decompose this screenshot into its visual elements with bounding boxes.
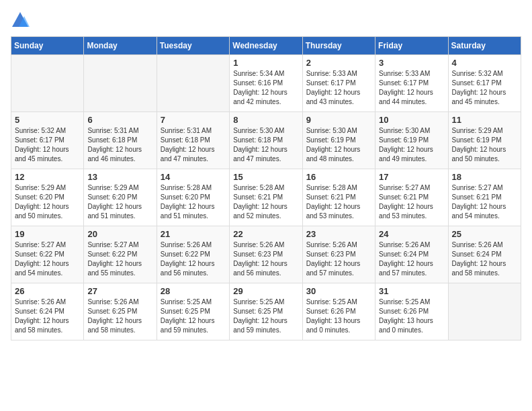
cell-details: Sunrise: 5:27 AMSunset: 6:22 PMDaylight:…	[87, 240, 152, 278]
cell-details: Sunrise: 5:28 AMSunset: 6:21 PMDaylight:…	[306, 183, 371, 221]
day-number: 15	[233, 172, 298, 182]
day-number: 12	[15, 172, 80, 182]
calendar-cell: 22Sunrise: 5:26 AMSunset: 6:23 PMDayligh…	[230, 226, 302, 283]
cell-details: Sunrise: 5:29 AMSunset: 6:20 PMDaylight:…	[15, 183, 80, 221]
calendar-cell: 24Sunrise: 5:26 AMSunset: 6:24 PMDayligh…	[375, 226, 448, 283]
cell-details: Sunrise: 5:25 AMSunset: 6:26 PMDaylight:…	[306, 298, 371, 335]
cell-details: Sunrise: 5:26 AMSunset: 6:25 PMDaylight:…	[87, 298, 152, 335]
calendar-cell: 2Sunrise: 5:33 AMSunset: 6:17 PMDaylight…	[302, 55, 375, 112]
cell-details: Sunrise: 5:27 AMSunset: 6:22 PMDaylight:…	[15, 240, 80, 278]
calendar-cell: 21Sunrise: 5:26 AMSunset: 6:22 PMDayligh…	[157, 226, 229, 283]
day-number: 9	[306, 115, 371, 125]
cell-details: Sunrise: 5:26 AMSunset: 6:24 PMDaylight:…	[379, 240, 444, 278]
day-number: 14	[161, 172, 226, 182]
calendar-cell: 15Sunrise: 5:28 AMSunset: 6:21 PMDayligh…	[230, 169, 302, 226]
calendar-cell: 10Sunrise: 5:30 AMSunset: 6:19 PMDayligh…	[375, 112, 448, 169]
day-number: 26	[15, 286, 80, 296]
calendar-cell	[11, 55, 84, 112]
weekday-header-monday: Monday	[84, 37, 157, 55]
logo-icon	[11, 11, 30, 30]
cell-details: Sunrise: 5:30 AMSunset: 6:19 PMDaylight:…	[379, 126, 444, 164]
day-number: 6	[87, 115, 152, 125]
day-number: 31	[379, 286, 444, 296]
cell-details: Sunrise: 5:30 AMSunset: 6:19 PMDaylight:…	[306, 126, 371, 164]
weekday-header-saturday: Saturday	[448, 37, 521, 55]
day-number: 10	[379, 115, 444, 125]
day-number: 18	[452, 172, 517, 182]
day-number: 27	[87, 286, 152, 296]
calendar-week-2: 5Sunrise: 5:32 AMSunset: 6:17 PMDaylight…	[11, 112, 521, 169]
cell-details: Sunrise: 5:33 AMSunset: 6:17 PMDaylight:…	[379, 69, 444, 107]
cell-details: Sunrise: 5:31 AMSunset: 6:18 PMDaylight:…	[87, 126, 152, 164]
weekday-header-sunday: Sunday	[11, 37, 84, 55]
logo	[11, 11, 32, 30]
page-header	[11, 11, 521, 30]
calendar-cell: 13Sunrise: 5:29 AMSunset: 6:20 PMDayligh…	[84, 169, 157, 226]
calendar-cell	[448, 283, 521, 340]
day-number: 4	[452, 58, 517, 68]
day-number: 2	[306, 58, 371, 68]
calendar-cell: 7Sunrise: 5:31 AMSunset: 6:18 PMDaylight…	[157, 112, 229, 169]
calendar-cell: 14Sunrise: 5:28 AMSunset: 6:20 PMDayligh…	[157, 169, 229, 226]
calendar-table: SundayMondayTuesdayWednesdayThursdayFrid…	[11, 36, 521, 340]
cell-details: Sunrise: 5:32 AMSunset: 6:17 PMDaylight:…	[452, 69, 517, 107]
calendar-cell: 19Sunrise: 5:27 AMSunset: 6:22 PMDayligh…	[11, 226, 84, 283]
calendar-cell: 11Sunrise: 5:29 AMSunset: 6:19 PMDayligh…	[448, 112, 521, 169]
weekday-header-tuesday: Tuesday	[157, 37, 229, 55]
weekday-header-wednesday: Wednesday	[230, 37, 302, 55]
cell-details: Sunrise: 5:25 AMSunset: 6:26 PMDaylight:…	[379, 298, 444, 335]
calendar-cell: 3Sunrise: 5:33 AMSunset: 6:17 PMDaylight…	[375, 55, 448, 112]
calendar-cell: 31Sunrise: 5:25 AMSunset: 6:26 PMDayligh…	[375, 283, 448, 340]
day-number: 24	[379, 229, 444, 239]
cell-details: Sunrise: 5:32 AMSunset: 6:17 PMDaylight:…	[15, 126, 80, 164]
day-number: 17	[379, 172, 444, 182]
calendar-week-3: 12Sunrise: 5:29 AMSunset: 6:20 PMDayligh…	[11, 169, 521, 226]
calendar-cell	[84, 55, 157, 112]
day-number: 7	[161, 115, 226, 125]
cell-details: Sunrise: 5:29 AMSunset: 6:19 PMDaylight:…	[452, 126, 517, 164]
cell-details: Sunrise: 5:33 AMSunset: 6:17 PMDaylight:…	[306, 69, 371, 107]
calendar-cell: 17Sunrise: 5:27 AMSunset: 6:21 PMDayligh…	[375, 169, 448, 226]
cell-details: Sunrise: 5:30 AMSunset: 6:18 PMDaylight:…	[233, 126, 298, 164]
day-number: 8	[233, 115, 298, 125]
calendar-cell: 27Sunrise: 5:26 AMSunset: 6:25 PMDayligh…	[84, 283, 157, 340]
calendar-cell: 1Sunrise: 5:34 AMSunset: 6:16 PMDaylight…	[230, 55, 302, 112]
cell-details: Sunrise: 5:29 AMSunset: 6:20 PMDaylight:…	[87, 183, 152, 221]
day-number: 20	[87, 229, 152, 239]
calendar-week-1: 1Sunrise: 5:34 AMSunset: 6:16 PMDaylight…	[11, 55, 521, 112]
calendar-cell: 26Sunrise: 5:26 AMSunset: 6:24 PMDayligh…	[11, 283, 84, 340]
weekday-header-friday: Friday	[375, 37, 448, 55]
calendar-cell: 8Sunrise: 5:30 AMSunset: 6:18 PMDaylight…	[230, 112, 302, 169]
weekday-header-thursday: Thursday	[302, 37, 375, 55]
calendar-cell: 12Sunrise: 5:29 AMSunset: 6:20 PMDayligh…	[11, 169, 84, 226]
cell-details: Sunrise: 5:25 AMSunset: 6:25 PMDaylight:…	[233, 298, 298, 335]
calendar-week-4: 19Sunrise: 5:27 AMSunset: 6:22 PMDayligh…	[11, 226, 521, 283]
day-number: 25	[452, 229, 517, 239]
cell-details: Sunrise: 5:28 AMSunset: 6:21 PMDaylight:…	[233, 183, 298, 221]
calendar-cell: 4Sunrise: 5:32 AMSunset: 6:17 PMDaylight…	[448, 55, 521, 112]
day-number: 28	[161, 286, 226, 296]
calendar-cell: 16Sunrise: 5:28 AMSunset: 6:21 PMDayligh…	[302, 169, 375, 226]
cell-details: Sunrise: 5:25 AMSunset: 6:25 PMDaylight:…	[161, 298, 226, 335]
day-number: 1	[233, 58, 298, 68]
day-number: 19	[15, 229, 80, 239]
day-number: 21	[161, 229, 226, 239]
cell-details: Sunrise: 5:26 AMSunset: 6:24 PMDaylight:…	[452, 240, 517, 278]
day-number: 29	[233, 286, 298, 296]
cell-details: Sunrise: 5:27 AMSunset: 6:21 PMDaylight:…	[379, 183, 444, 221]
cell-details: Sunrise: 5:27 AMSunset: 6:21 PMDaylight:…	[452, 183, 517, 221]
cell-details: Sunrise: 5:26 AMSunset: 6:23 PMDaylight:…	[233, 240, 298, 278]
cell-details: Sunrise: 5:26 AMSunset: 6:22 PMDaylight:…	[161, 240, 226, 278]
calendar-cell: 23Sunrise: 5:26 AMSunset: 6:23 PMDayligh…	[302, 226, 375, 283]
calendar-cell	[157, 55, 229, 112]
day-number: 22	[233, 229, 298, 239]
weekday-header-row: SundayMondayTuesdayWednesdayThursdayFrid…	[11, 37, 521, 55]
calendar-cell: 5Sunrise: 5:32 AMSunset: 6:17 PMDaylight…	[11, 112, 84, 169]
cell-details: Sunrise: 5:26 AMSunset: 6:23 PMDaylight:…	[306, 240, 371, 278]
cell-details: Sunrise: 5:34 AMSunset: 6:16 PMDaylight:…	[233, 69, 298, 107]
calendar-week-5: 26Sunrise: 5:26 AMSunset: 6:24 PMDayligh…	[11, 283, 521, 340]
cell-details: Sunrise: 5:31 AMSunset: 6:18 PMDaylight:…	[161, 126, 226, 164]
day-number: 3	[379, 58, 444, 68]
calendar-cell: 18Sunrise: 5:27 AMSunset: 6:21 PMDayligh…	[448, 169, 521, 226]
cell-details: Sunrise: 5:28 AMSunset: 6:20 PMDaylight:…	[161, 183, 226, 221]
